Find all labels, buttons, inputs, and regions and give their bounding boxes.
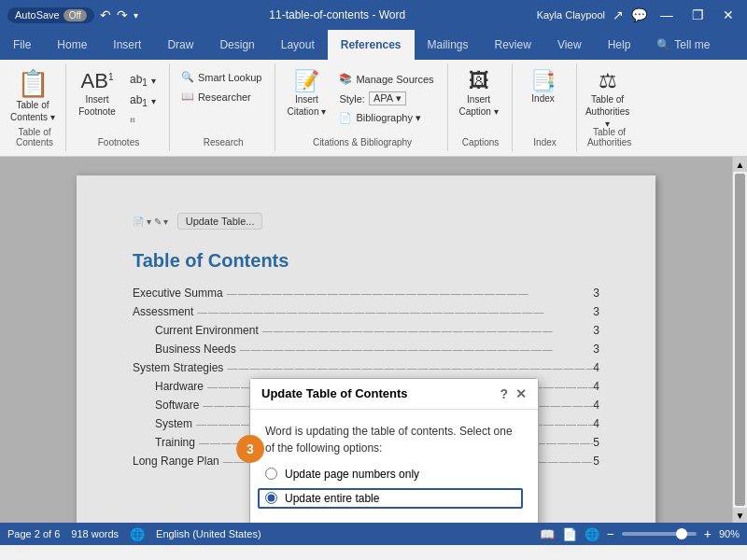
ab2-small-button[interactable]: ab1 ▾ xyxy=(124,91,162,110)
print-layout-icon[interactable]: 📄 xyxy=(562,527,577,541)
autosave-toggle[interactable]: AutoSave Off xyxy=(7,7,94,23)
tab-layout[interactable]: Layout xyxy=(268,30,328,60)
redo-icon[interactable]: ↷ xyxy=(117,7,128,22)
group-footnotes: AB1 InsertFootnote ab1 ▾ ab1 ▾ ⌗ Footnot… xyxy=(68,63,170,151)
table-of-contents-button[interactable]: 📋 Table ofContents ▾ xyxy=(7,67,58,134)
bibliography-button[interactable]: 📄 Bibliography ▾ xyxy=(333,110,439,126)
tab-mailings[interactable]: Mailings xyxy=(415,30,482,60)
index-icon: 📑 xyxy=(530,71,556,91)
zoom-minus-button[interactable]: − xyxy=(607,526,614,541)
tell-me-input[interactable]: 🔍 Tell me xyxy=(643,30,723,60)
dialog-message: Word is updating the table of contents. … xyxy=(265,423,523,456)
tab-draw[interactable]: Draw xyxy=(154,30,206,60)
vertical-scrollbar: ▲ ▼ xyxy=(732,157,747,523)
scroll-thumb[interactable] xyxy=(735,174,745,506)
insert-caption-button[interactable]: 🖼 InsertCaption ▾ xyxy=(454,67,504,134)
group-captions: 🖼 InsertCaption ▾ Captions xyxy=(450,63,513,151)
dialog-radio-group: Update page numbers only Update entire t… xyxy=(265,468,523,509)
footnotes-group-label: Footnotes xyxy=(68,137,169,147)
restore-button[interactable]: ❐ xyxy=(686,6,710,24)
dialog-overlay: 3 Update Table of Contents ? ✕ Word is u… xyxy=(77,175,655,523)
dialog-help-button[interactable]: ? xyxy=(500,386,508,401)
authorities-icon: ⚖ xyxy=(599,71,617,91)
minimize-button[interactable]: — xyxy=(655,6,679,24)
manage-sources-button[interactable]: 📚 Manage Sources xyxy=(333,71,439,87)
group-index: 📑 Index Index xyxy=(514,63,577,151)
group-table-of-authorities: ⚖ Table ofAuthorities ▾ Table of Authori… xyxy=(579,63,641,151)
comments-icon[interactable]: 💬 xyxy=(631,7,647,22)
document-area: 📄 ▾ ✎ ▾ Update Table... Table of Content… xyxy=(0,157,747,523)
zoom-slider[interactable] xyxy=(622,532,697,536)
dialog-title-bar: Update Table of Contents ? ✕ xyxy=(250,379,538,410)
citation-icon: 📝 xyxy=(294,71,319,91)
zoom-plus-button[interactable]: + xyxy=(704,526,712,541)
radio-page-numbers[interactable] xyxy=(265,468,277,480)
captions-group-label: Captions xyxy=(450,137,512,147)
zoom-level: 90% xyxy=(719,528,740,539)
step-3-badge: 3 xyxy=(236,435,264,463)
page-info: Page 2 of 6 xyxy=(7,528,60,539)
toc-group-label: Table of Contents xyxy=(4,127,65,147)
tab-insert[interactable]: Insert xyxy=(100,30,154,60)
title-bar: AutoSave Off ↶ ↷ ▾ 11-table-of-contents … xyxy=(0,0,747,30)
manage-sources-icon: 📚 xyxy=(339,73,352,85)
undo-icon[interactable]: ↶ xyxy=(100,7,111,22)
tab-review[interactable]: Review xyxy=(482,30,544,60)
research-group-label: Research xyxy=(172,137,275,147)
status-bar: Page 2 of 6 918 words 🌐 English (United … xyxy=(0,523,747,545)
window-title: 11-table-of-contents - Word xyxy=(138,8,537,21)
dialog-close-button[interactable]: ✕ xyxy=(515,386,527,401)
authorities-group-label: Table of Authorities xyxy=(579,127,641,147)
title-bar-left: AutoSave Off ↶ ↷ ▾ xyxy=(7,7,138,23)
tab-view[interactable]: View xyxy=(544,30,595,60)
dialog-title: Update Table of Contents xyxy=(261,386,407,400)
ribbon-content: 📋 Table ofContents ▾ Table of Contents A… xyxy=(0,60,747,153)
citations-group-label: Citations & Bibliography xyxy=(277,137,446,147)
tab-references[interactable]: References xyxy=(328,30,415,60)
tab-file[interactable]: File xyxy=(0,30,44,60)
title-bar-right: Kayla Claypool ↗ 💬 — ❐ ✕ xyxy=(537,6,740,24)
close-button[interactable]: ✕ xyxy=(717,6,740,24)
read-mode-icon[interactable]: 📖 xyxy=(540,527,555,541)
user-name: Kayla Claypool xyxy=(537,9,605,21)
insert-footnote-button[interactable]: AB1 InsertFootnote xyxy=(72,67,122,134)
researcher-button[interactable]: 📖 Researcher xyxy=(176,89,257,105)
footnote-icon: AB1 xyxy=(81,71,114,91)
table-of-authorities-button[interactable]: ⚖ Table ofAuthorities ▾ xyxy=(583,67,633,134)
researcher-icon: 📖 xyxy=(181,91,194,103)
option-page-numbers[interactable]: Update page numbers only xyxy=(265,468,523,481)
index-group-label: Index xyxy=(514,137,576,147)
style-dropdown[interactable]: Style: APA ▾ xyxy=(333,90,439,107)
tab-design[interactable]: Design xyxy=(206,30,267,60)
web-view-icon[interactable]: 🌐 xyxy=(585,527,599,541)
footnotes-expand[interactable]: ⌗ xyxy=(124,113,162,128)
radio-entire-table[interactable] xyxy=(265,492,277,504)
update-toc-dialog: 3 Update Table of Contents ? ✕ Word is u… xyxy=(249,378,539,524)
tab-home[interactable]: Home xyxy=(44,30,100,60)
smart-lookup-button[interactable]: 🔍 Smart Lookup xyxy=(176,69,267,85)
caption-icon: 🖼 xyxy=(469,71,489,91)
group-table-of-contents: 📋 Table ofContents ▾ Table of Contents xyxy=(4,63,66,151)
insert-citation-button[interactable]: 📝 InsertCitation ▾ xyxy=(281,67,331,134)
search-icon: 🔍 xyxy=(181,71,194,83)
scroll-down-button[interactable]: ▼ xyxy=(733,508,747,523)
toc-icon: 📋 xyxy=(17,71,49,97)
scroll-up-button[interactable]: ▲ xyxy=(733,157,747,172)
dialog-body: Word is updating the table of contents. … xyxy=(250,410,538,524)
language-icon: 🌐 xyxy=(130,527,145,541)
language: English (United States) xyxy=(156,528,261,539)
group-research: 🔍 Smart Lookup 📖 Researcher Research xyxy=(172,63,275,151)
bibliography-icon: 📄 xyxy=(339,112,352,124)
ab-small-button[interactable]: ab1 ▾ xyxy=(124,71,162,90)
ab-icon: ab1 xyxy=(130,73,148,88)
status-left: Page 2 of 6 918 words 🌐 English (United … xyxy=(7,527,261,541)
tab-help[interactable]: Help xyxy=(595,30,644,60)
ribbon-tabs: File Home Insert Draw Design Layout Refe… xyxy=(0,30,747,60)
autosave-label: AutoSave xyxy=(15,9,60,21)
index-button[interactable]: 📑 Index xyxy=(518,67,569,134)
option-entire-table[interactable]: Update entire table xyxy=(258,488,523,509)
expand-icon: ⌗ xyxy=(130,115,135,126)
group-citations: 📝 InsertCitation ▾ 📚 Manage Sources Styl… xyxy=(277,63,447,151)
ab2-icon: ab1 xyxy=(130,93,148,108)
share-icon[interactable]: ↗ xyxy=(613,7,624,22)
